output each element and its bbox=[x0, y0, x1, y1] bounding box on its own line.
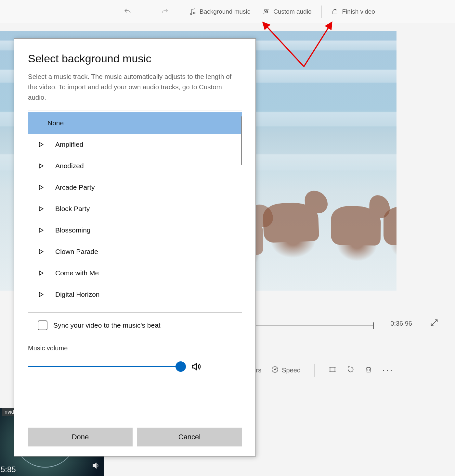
rotate-button[interactable] bbox=[346, 364, 356, 377]
svg-point-1 bbox=[194, 12, 195, 14]
sync-checkbox[interactable] bbox=[38, 320, 47, 330]
track-label: Amplified bbox=[55, 141, 83, 148]
track-label: Come with Me bbox=[55, 269, 99, 277]
fullscreen-icon[interactable] bbox=[430, 318, 439, 329]
trash-icon bbox=[365, 365, 372, 375]
track-label: None bbox=[36, 119, 64, 127]
volume-row bbox=[28, 361, 242, 372]
person-music-icon bbox=[263, 8, 270, 16]
play-icon[interactable] bbox=[36, 162, 46, 169]
share-icon bbox=[332, 8, 339, 16]
svg-point-3 bbox=[267, 12, 268, 13]
toolbar-separator bbox=[179, 6, 179, 18]
scrollbar[interactable] bbox=[241, 116, 242, 165]
track-item[interactable]: Digital Horizon bbox=[28, 284, 242, 305]
dialog-description: Select a music track. The music automati… bbox=[28, 71, 242, 102]
track-label: Arcade Party bbox=[55, 183, 95, 191]
top-toolbar: Background music Custom audio Finish vid… bbox=[0, 0, 455, 23]
play-icon[interactable] bbox=[36, 291, 46, 298]
redo-button[interactable] bbox=[157, 5, 172, 19]
background-music-label: Background music bbox=[200, 8, 250, 15]
track-item[interactable]: Come with Me bbox=[28, 262, 242, 284]
ellipsis-icon: ··· bbox=[382, 365, 394, 375]
custom-audio-button[interactable]: Custom audio bbox=[259, 5, 315, 18]
play-icon[interactable] bbox=[36, 205, 46, 212]
track-item[interactable]: Blossoming bbox=[28, 219, 242, 241]
rotate-icon bbox=[346, 365, 355, 375]
finish-video-button[interactable]: Finish video bbox=[328, 5, 378, 18]
play-icon[interactable] bbox=[36, 141, 46, 148]
custom-audio-label: Custom audio bbox=[273, 8, 311, 15]
slider-thumb[interactable] bbox=[176, 361, 186, 372]
crop-button[interactable] bbox=[328, 364, 337, 377]
track-item[interactable]: Anodized bbox=[28, 155, 242, 177]
divider bbox=[28, 312, 242, 313]
svg-point-0 bbox=[190, 13, 192, 15]
delete-button[interactable] bbox=[364, 364, 373, 377]
divider bbox=[28, 110, 242, 110]
play-icon[interactable] bbox=[36, 269, 46, 277]
svg-rect-6 bbox=[330, 368, 335, 371]
svg-point-5 bbox=[275, 369, 276, 370]
track-label: Block Party bbox=[55, 205, 90, 213]
dialog-title: Select background music bbox=[28, 52, 242, 65]
track-item[interactable]: Clown Parade bbox=[28, 241, 242, 262]
play-icon[interactable] bbox=[36, 248, 46, 255]
clip-toolbar: ilters Speed ··· bbox=[247, 364, 394, 377]
done-button[interactable]: Done bbox=[28, 428, 133, 446]
track-label: Blossoming bbox=[55, 226, 91, 234]
gauge-icon bbox=[271, 366, 279, 375]
play-icon[interactable] bbox=[36, 227, 46, 234]
track-label: Clown Parade bbox=[55, 248, 98, 256]
speaker-icon[interactable] bbox=[190, 361, 202, 372]
track-label: Digital Horizon bbox=[55, 291, 100, 298]
track-label: Anodized bbox=[55, 162, 84, 170]
clip-time: 5:85 bbox=[0, 465, 16, 474]
track-item[interactable]: None bbox=[28, 112, 242, 134]
track-item[interactable]: Block Party bbox=[28, 198, 242, 219]
undo-icon bbox=[124, 7, 132, 16]
volume-slider[interactable] bbox=[28, 366, 181, 367]
finish-video-label: Finish video bbox=[342, 8, 375, 15]
track-item[interactable]: Amplified bbox=[28, 134, 242, 155]
svg-point-2 bbox=[265, 9, 267, 12]
select-music-dialog: Select background music Select a music t… bbox=[14, 38, 256, 457]
cancel-button[interactable]: Cancel bbox=[137, 428, 242, 446]
play-icon[interactable] bbox=[36, 184, 46, 191]
more-button[interactable]: ··· bbox=[382, 364, 394, 377]
speed-button[interactable]: Speed bbox=[270, 364, 301, 376]
undo-button[interactable] bbox=[120, 5, 135, 19]
decoration bbox=[331, 206, 381, 246]
speed-label: Speed bbox=[282, 367, 301, 374]
total-time: 0:36.96 bbox=[390, 320, 412, 327]
track-item[interactable]: Arcade Party bbox=[28, 177, 242, 198]
dialog-buttons: Done Cancel bbox=[28, 428, 242, 446]
track-list[interactable]: NoneAmplifiedAnodizedArcade PartyBlock P… bbox=[28, 112, 242, 307]
volume-label: Music volume bbox=[28, 344, 242, 352]
crop-icon bbox=[328, 365, 337, 375]
background-music-button[interactable]: Background music bbox=[186, 5, 254, 18]
music-note-icon bbox=[189, 8, 197, 16]
sync-label: Sync your video to the music's beat bbox=[53, 321, 161, 329]
clip-volume-icon[interactable] bbox=[92, 461, 100, 471]
sync-checkbox-row[interactable]: Sync your video to the music's beat bbox=[28, 320, 242, 330]
separator bbox=[314, 364, 315, 377]
toolbar-separator bbox=[321, 6, 322, 18]
redo-icon bbox=[161, 7, 169, 16]
